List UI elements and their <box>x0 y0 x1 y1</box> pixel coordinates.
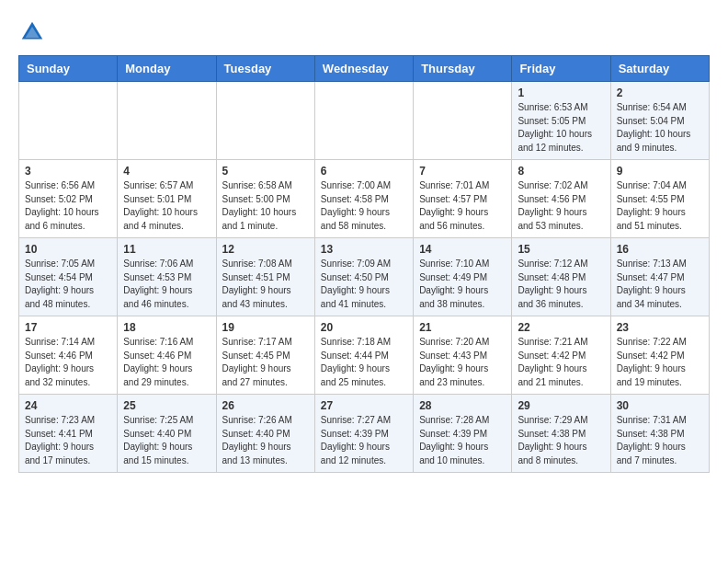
calendar-cell: 7Sunrise: 7:01 AM Sunset: 4:57 PM Daylig… <box>414 160 512 238</box>
day-info: Sunrise: 6:56 AM Sunset: 5:02 PM Dayligh… <box>25 179 111 233</box>
calendar-cell: 11Sunrise: 7:06 AM Sunset: 4:53 PM Dayli… <box>118 238 216 316</box>
day-info: Sunrise: 7:02 AM Sunset: 4:56 PM Dayligh… <box>518 179 604 233</box>
calendar-cell: 5Sunrise: 6:58 AM Sunset: 5:00 PM Daylig… <box>216 160 314 238</box>
calendar-cell <box>118 82 216 160</box>
calendar-cell: 17Sunrise: 7:14 AM Sunset: 4:46 PM Dayli… <box>19 316 118 395</box>
day-info: Sunrise: 7:10 AM Sunset: 4:49 PM Dayligh… <box>419 258 506 311</box>
day-info: Sunrise: 7:22 AM Sunset: 4:42 PM Dayligh… <box>617 336 703 389</box>
calendar-cell <box>19 82 118 160</box>
day-number: 6 <box>321 165 407 178</box>
calendar-week-row: 3Sunrise: 6:56 AM Sunset: 5:02 PM Daylig… <box>19 160 710 238</box>
calendar-cell: 26Sunrise: 7:26 AM Sunset: 4:40 PM Dayli… <box>216 395 314 473</box>
day-number: 1 <box>518 86 604 99</box>
calendar-cell: 10Sunrise: 7:05 AM Sunset: 4:54 PM Dayli… <box>19 238 118 316</box>
calendar-cell: 16Sunrise: 7:13 AM Sunset: 4:47 PM Dayli… <box>610 238 709 316</box>
day-info: Sunrise: 7:25 AM Sunset: 4:40 PM Dayligh… <box>123 414 210 467</box>
day-info: Sunrise: 7:26 AM Sunset: 4:40 PM Dayligh… <box>222 414 309 467</box>
calendar-week-row: 24Sunrise: 7:23 AM Sunset: 4:41 PM Dayli… <box>19 395 710 473</box>
day-info: Sunrise: 7:05 AM Sunset: 4:54 PM Dayligh… <box>25 258 111 311</box>
day-info: Sunrise: 6:58 AM Sunset: 5:00 PM Dayligh… <box>222 179 309 233</box>
day-number: 28 <box>419 399 506 412</box>
day-number: 2 <box>617 86 703 99</box>
day-info: Sunrise: 6:54 AM Sunset: 5:04 PM Dayligh… <box>617 101 703 155</box>
day-info: Sunrise: 7:27 AM Sunset: 4:39 PM Dayligh… <box>321 414 407 467</box>
calendar-cell <box>414 82 512 160</box>
day-number: 7 <box>419 165 506 178</box>
weekday-header: Thursday <box>414 56 512 82</box>
day-number: 17 <box>25 321 111 334</box>
day-info: Sunrise: 7:14 AM Sunset: 4:46 PM Dayligh… <box>25 336 111 389</box>
day-number: 27 <box>321 399 407 412</box>
weekday-header: Saturday <box>610 56 709 82</box>
calendar-cell <box>216 82 314 160</box>
day-info: Sunrise: 7:31 AM Sunset: 4:38 PM Dayligh… <box>617 414 703 467</box>
calendar-cell: 28Sunrise: 7:28 AM Sunset: 4:39 PM Dayli… <box>414 395 512 473</box>
day-number: 9 <box>617 165 703 178</box>
day-number: 18 <box>123 321 210 334</box>
logo-icon <box>18 18 46 46</box>
day-info: Sunrise: 7:17 AM Sunset: 4:45 PM Dayligh… <box>222 336 309 389</box>
day-info: Sunrise: 6:57 AM Sunset: 5:01 PM Dayligh… <box>123 179 210 233</box>
calendar-cell <box>314 82 413 160</box>
weekday-header: Wednesday <box>314 56 413 82</box>
weekday-header: Monday <box>118 56 216 82</box>
weekday-header: Friday <box>512 56 610 82</box>
page-header <box>18 18 710 46</box>
day-info: Sunrise: 7:13 AM Sunset: 4:47 PM Dayligh… <box>617 258 703 311</box>
calendar-cell: 6Sunrise: 7:00 AM Sunset: 4:58 PM Daylig… <box>314 160 413 238</box>
day-info: Sunrise: 7:18 AM Sunset: 4:44 PM Dayligh… <box>321 336 407 389</box>
weekday-header: Tuesday <box>216 56 314 82</box>
day-number: 24 <box>25 399 111 412</box>
day-number: 22 <box>518 321 604 334</box>
day-number: 16 <box>617 243 703 256</box>
day-number: 5 <box>222 165 309 178</box>
calendar-cell: 30Sunrise: 7:31 AM Sunset: 4:38 PM Dayli… <box>610 395 709 473</box>
day-number: 15 <box>518 243 604 256</box>
calendar-cell: 1Sunrise: 6:53 AM Sunset: 5:05 PM Daylig… <box>512 82 610 160</box>
day-number: 30 <box>617 399 703 412</box>
day-info: Sunrise: 7:12 AM Sunset: 4:48 PM Dayligh… <box>518 258 604 311</box>
day-number: 25 <box>123 399 210 412</box>
day-info: Sunrise: 7:20 AM Sunset: 4:43 PM Dayligh… <box>419 336 506 389</box>
day-number: 10 <box>25 243 111 256</box>
calendar-cell: 29Sunrise: 7:29 AM Sunset: 4:38 PM Dayli… <box>512 395 610 473</box>
day-info: Sunrise: 6:53 AM Sunset: 5:05 PM Dayligh… <box>518 101 604 155</box>
day-info: Sunrise: 7:00 AM Sunset: 4:58 PM Dayligh… <box>321 179 407 233</box>
day-info: Sunrise: 7:06 AM Sunset: 4:53 PM Dayligh… <box>123 258 210 311</box>
day-number: 19 <box>222 321 309 334</box>
day-number: 13 <box>321 243 407 256</box>
day-number: 26 <box>222 399 309 412</box>
day-number: 14 <box>419 243 506 256</box>
day-info: Sunrise: 7:21 AM Sunset: 4:42 PM Dayligh… <box>518 336 604 389</box>
calendar-cell: 20Sunrise: 7:18 AM Sunset: 4:44 PM Dayli… <box>314 316 413 395</box>
weekday-header: Sunday <box>19 56 118 82</box>
calendar-cell: 3Sunrise: 6:56 AM Sunset: 5:02 PM Daylig… <box>19 160 118 238</box>
day-number: 20 <box>321 321 407 334</box>
weekday-header-row: SundayMondayTuesdayWednesdayThursdayFrid… <box>19 56 710 82</box>
day-number: 23 <box>617 321 703 334</box>
day-info: Sunrise: 7:08 AM Sunset: 4:51 PM Dayligh… <box>222 258 309 311</box>
day-info: Sunrise: 7:01 AM Sunset: 4:57 PM Dayligh… <box>419 179 506 233</box>
day-number: 21 <box>419 321 506 334</box>
calendar-cell: 24Sunrise: 7:23 AM Sunset: 4:41 PM Dayli… <box>19 395 118 473</box>
day-number: 4 <box>123 165 210 178</box>
calendar-week-row: 17Sunrise: 7:14 AM Sunset: 4:46 PM Dayli… <box>19 316 710 395</box>
calendar-cell: 21Sunrise: 7:20 AM Sunset: 4:43 PM Dayli… <box>414 316 512 395</box>
calendar-cell: 19Sunrise: 7:17 AM Sunset: 4:45 PM Dayli… <box>216 316 314 395</box>
day-number: 29 <box>518 399 604 412</box>
calendar-cell: 2Sunrise: 6:54 AM Sunset: 5:04 PM Daylig… <box>610 82 709 160</box>
logo <box>18 18 50 46</box>
day-info: Sunrise: 7:16 AM Sunset: 4:46 PM Dayligh… <box>123 336 210 389</box>
calendar-cell: 12Sunrise: 7:08 AM Sunset: 4:51 PM Dayli… <box>216 238 314 316</box>
calendar-cell: 14Sunrise: 7:10 AM Sunset: 4:49 PM Dayli… <box>414 238 512 316</box>
day-info: Sunrise: 7:09 AM Sunset: 4:50 PM Dayligh… <box>321 258 407 311</box>
calendar-cell: 13Sunrise: 7:09 AM Sunset: 4:50 PM Dayli… <box>314 238 413 316</box>
day-number: 12 <box>222 243 309 256</box>
day-info: Sunrise: 7:29 AM Sunset: 4:38 PM Dayligh… <box>518 414 604 467</box>
day-number: 8 <box>518 165 604 178</box>
calendar-week-row: 10Sunrise: 7:05 AM Sunset: 4:54 PM Dayli… <box>19 238 710 316</box>
calendar-week-row: 1Sunrise: 6:53 AM Sunset: 5:05 PM Daylig… <box>19 82 710 160</box>
day-number: 3 <box>25 165 111 178</box>
calendar-cell: 23Sunrise: 7:22 AM Sunset: 4:42 PM Dayli… <box>610 316 709 395</box>
calendar-cell: 18Sunrise: 7:16 AM Sunset: 4:46 PM Dayli… <box>118 316 216 395</box>
